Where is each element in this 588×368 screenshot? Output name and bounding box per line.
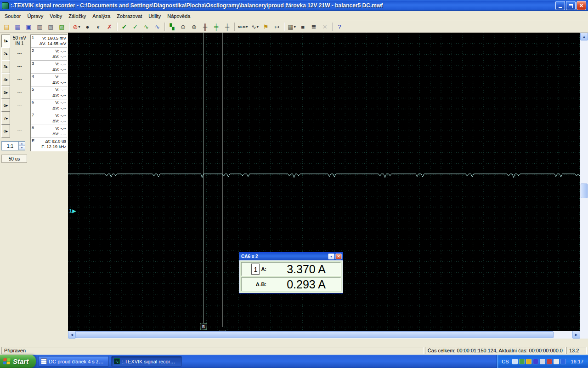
table-view-icon: ▦ — [288, 24, 293, 30]
wave-memory-button[interactable]: ∿▾ — [249, 22, 260, 32]
meter-close-button[interactable]: ✕ — [335, 253, 342, 259]
channel-4-button[interactable]: 4▸ — [1, 73, 10, 86]
channel-1-row: 1▸50 mVIN 1 — [1, 34, 29, 47]
channel-8-button[interactable]: 8▸ — [1, 125, 10, 138]
menu-zobrazovat[interactable]: Zobrazovat — [113, 12, 145, 20]
channel-6-button[interactable]: 6▸ — [1, 99, 10, 112]
wave-compare-button[interactable]: ∿ — [152, 22, 163, 32]
cursor-cross-button[interactable]: ┼ — [222, 22, 232, 32]
tray-usb-icon[interactable] — [554, 359, 559, 364]
menu-analýza[interactable]: Analýza — [89, 12, 113, 20]
cursor-vertical-button[interactable]: ╫ — [200, 22, 210, 32]
menu-soubor[interactable]: Soubor — [1, 12, 24, 20]
tray-update-icon[interactable] — [547, 359, 552, 364]
print-preview-button[interactable]: ▧ — [45, 22, 56, 32]
stop-measure-button[interactable]: ⊘▾ — [71, 22, 82, 32]
meter-titlebar[interactable]: CA6 x 2 ▾ ✕ — [239, 253, 343, 260]
open-button[interactable]: ▤ — [1, 22, 12, 32]
scroll-right-icon[interactable]: ▶ — [572, 331, 580, 339]
record-button[interactable]: ● — [82, 22, 93, 32]
zoom-select-button[interactable]: ⊕ — [189, 22, 199, 32]
meter-collapse-button[interactable]: ▾ — [328, 253, 334, 259]
marker-flag-button[interactable]: ⚑ — [260, 22, 271, 32]
stop-dark-button[interactable]: ■ — [298, 22, 308, 32]
toolbar: ▤▦▣▥▧▨⊘▾●◐✗✔✓∿∿▚⊙⊕╫╪┼MEM▾∿▾⚑↦▦▾■≣✕? — [0, 21, 588, 33]
tray-scheduler-icon[interactable] — [519, 359, 525, 364]
help-icon: ? — [338, 24, 341, 30]
menu-záložky[interactable]: Záložky — [65, 12, 89, 20]
accept-button[interactable]: ✔ — [119, 22, 130, 32]
channel1-trace-marker[interactable]: 1▶ — [69, 208, 76, 213]
spin-down-icon[interactable]: ▼ — [19, 146, 25, 150]
tray-graphics-icon[interactable] — [533, 359, 538, 364]
channel-5-range: --- — [10, 86, 29, 99]
menu-utility[interactable]: Utility — [145, 12, 164, 20]
channel-5-button[interactable]: 5▸ — [1, 86, 10, 99]
wave-check-button[interactable]: ∿ — [141, 22, 152, 32]
zoom-value: 1:1 — [2, 142, 18, 150]
channel-6-range: --- — [10, 99, 29, 112]
levels-button[interactable]: ≣ — [309, 22, 319, 32]
help-button[interactable]: ? — [334, 22, 345, 32]
horizontal-scrollbar[interactable]: ◀ ▶ — [68, 331, 580, 339]
language-indicator[interactable]: CS — [502, 359, 509, 364]
cursor-b-marker[interactable]: B — [200, 323, 207, 330]
channel-6-row: 6▸--- — [1, 99, 29, 112]
horizontal-scroll-thumb[interactable] — [76, 331, 554, 338]
channel-7-button[interactable]: 7▸ — [1, 112, 10, 125]
pause-button[interactable]: ◐ — [93, 22, 104, 32]
erase-button[interactable]: ✗ — [104, 22, 115, 32]
tray-antivirus-icon[interactable] — [526, 359, 531, 364]
tray-volume-icon[interactable] — [512, 359, 518, 364]
statusbar: Připraven Čas celkem: 00:00:01:150.124, … — [0, 346, 588, 355]
wave-check-icon: ∿ — [144, 24, 149, 30]
maximize-button[interactable] — [566, 1, 576, 10]
save-as-button[interactable]: ▣ — [23, 22, 34, 32]
menu-nápověda[interactable]: Nápověda — [164, 12, 193, 20]
status-message: Připraven — [1, 347, 424, 354]
vertical-scroll-thumb[interactable] — [581, 184, 588, 198]
scrollbar-corner — [580, 331, 588, 339]
invert-display-button[interactable]: ▚ — [167, 22, 177, 32]
close-button[interactable]: ✕ — [577, 1, 586, 10]
scope-area[interactable]: 1▶ B A CA6 x 2 ▾ ✕ 1A: 3.370 A — [68, 33, 580, 339]
tray-network-icon[interactable] — [540, 359, 545, 364]
vertical-scrollbar[interactable]: ▲ ▼ — [580, 33, 588, 339]
meter-window[interactable]: CA6 x 2 ▾ ✕ 1A: 3.370 A A-B: 0.293 A — [239, 252, 343, 293]
taskbar-task-texvik[interactable]: ∿ :.TEXVIK signal recor… — [111, 356, 182, 367]
export-image-button[interactable]: ▨ — [57, 22, 67, 32]
scroll-left-icon[interactable]: ◀ — [68, 331, 76, 339]
accept-wave-button[interactable]: ✓ — [130, 22, 141, 32]
levels-icon: ≣ — [311, 24, 317, 30]
memory-button[interactable]: MEM▾ — [237, 22, 249, 32]
zoom-button[interactable]: ⊙ — [178, 22, 188, 32]
menu-úpravy[interactable]: Úpravy — [24, 12, 46, 20]
timebase-value[interactable]: 50 us — [1, 155, 27, 163]
menu-volby[interactable]: Volby — [46, 12, 65, 20]
task-label: DC proud článek 4 s ž… — [49, 359, 103, 364]
channel-1-range: 50 mVIN 1 — [10, 34, 29, 47]
channel-1-button[interactable]: 1▸ — [1, 34, 10, 47]
chevron-down-icon: ▾ — [78, 25, 80, 29]
spin-up-icon[interactable]: ▲ — [19, 142, 25, 146]
channel-3-button[interactable]: 3▸ — [1, 60, 10, 73]
export-image-icon: ▨ — [59, 24, 64, 30]
close-document-button[interactable]: ✕ — [320, 22, 330, 32]
channel-2-button[interactable]: 2▸ — [1, 47, 10, 60]
zoom-spinner[interactable]: ▲▼ — [18, 142, 25, 150]
scroll-up-icon[interactable]: ▲ — [580, 33, 588, 40]
tray-bluetooth-icon[interactable] — [560, 359, 566, 364]
cursor-grid-button[interactable]: ╪ — [211, 22, 221, 32]
left-panel: 1▸50 mVIN 12▸---3▸---4▸---5▸---6▸---7▸--… — [0, 33, 68, 346]
channel-7-row: 7▸--- — [1, 112, 29, 125]
taskbar-task-document[interactable]: DC proud článek 4 s ž… — [38, 356, 109, 367]
table-view-button[interactable]: ▦▾ — [286, 22, 297, 32]
print-button[interactable]: ▥ — [34, 22, 45, 32]
minimize-button[interactable] — [555, 1, 565, 10]
readout-row-1: 1V: 168.5 mVΔV: 14.65 mV — [31, 35, 67, 48]
start-button[interactable]: Start — [0, 355, 36, 368]
save-button[interactable]: ▦ — [12, 22, 23, 32]
zoom-combo[interactable]: 1:1 ▲▼ — [1, 141, 25, 150]
step-forward-button[interactable]: ↦ — [271, 22, 282, 32]
start-label: Start — [13, 357, 28, 365]
